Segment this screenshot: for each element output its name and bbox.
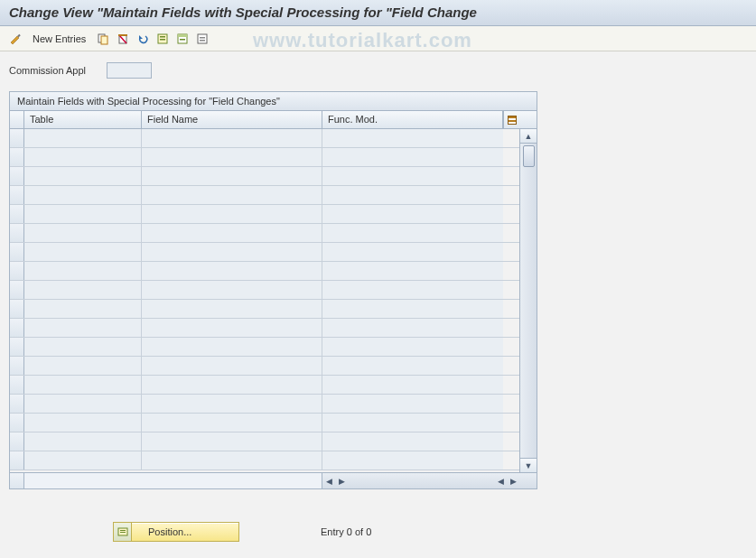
row-header-corner[interactable] — [10, 111, 24, 128]
col-header-field[interactable]: Field Name — [142, 111, 322, 128]
cell-field[interactable] — [142, 338, 322, 356]
cell-func[interactable] — [322, 300, 503, 318]
row-selector[interactable] — [10, 300, 24, 318]
row-selector[interactable] — [10, 148, 24, 166]
cell-func[interactable] — [322, 414, 503, 432]
cell-table[interactable] — [24, 205, 142, 223]
row-selector[interactable] — [10, 262, 24, 280]
cell-table[interactable] — [24, 357, 142, 375]
scroll-down-icon[interactable]: ▼ — [520, 458, 537, 472]
cell-field[interactable] — [142, 129, 322, 147]
cell-func[interactable] — [322, 243, 503, 261]
cell-table[interactable] — [24, 129, 142, 147]
cell-table[interactable] — [24, 395, 142, 413]
cell-table[interactable] — [24, 262, 142, 280]
cell-func[interactable] — [322, 129, 503, 147]
cell-func[interactable] — [322, 167, 503, 185]
row-selector[interactable] — [10, 395, 24, 413]
horizontal-scrollbar[interactable]: ◀ ▶ ◀ ▶ — [322, 473, 537, 488]
cell-field[interactable] — [142, 224, 322, 242]
position-button[interactable]: Position... — [113, 522, 239, 542]
row-selector[interactable] — [10, 376, 24, 394]
cell-func[interactable] — [322, 262, 503, 280]
copy-icon[interactable] — [95, 31, 111, 47]
cell-func[interactable] — [322, 338, 503, 356]
row-selector[interactable] — [10, 186, 24, 204]
col-header-table[interactable]: Table — [24, 111, 142, 128]
row-selector[interactable] — [10, 319, 24, 337]
cell-func[interactable] — [322, 205, 503, 223]
cell-field[interactable] — [142, 432, 322, 451]
row-selector[interactable] — [10, 224, 24, 242]
hscroll-left2-icon[interactable]: ◀ — [494, 473, 507, 488]
row-selector[interactable] — [10, 129, 24, 147]
cell-table[interactable] — [24, 224, 142, 242]
delete-icon[interactable] — [115, 31, 131, 47]
cell-table[interactable] — [24, 451, 142, 470]
cell-table[interactable] — [24, 148, 142, 166]
hscroll-spacer — [24, 473, 322, 488]
cell-field[interactable] — [142, 148, 322, 166]
svg-rect-5 — [118, 34, 127, 36]
row-selector[interactable] — [10, 281, 24, 299]
vertical-scrollbar[interactable]: ▲ ▼ — [519, 129, 537, 472]
cell-field[interactable] — [142, 281, 322, 299]
row-selector[interactable] — [10, 451, 24, 470]
deselect-all-icon[interactable] — [194, 31, 210, 47]
cell-table[interactable] — [24, 338, 142, 356]
cell-field[interactable] — [142, 357, 322, 375]
cell-table[interactable] — [24, 432, 142, 451]
table-settings-icon[interactable] — [503, 111, 520, 128]
cell-field[interactable] — [142, 414, 322, 432]
cell-func[interactable] — [322, 395, 503, 413]
cell-field[interactable] — [142, 186, 322, 204]
cell-table[interactable] — [24, 167, 142, 185]
cell-func[interactable] — [322, 319, 503, 337]
cell-field[interactable] — [142, 319, 322, 337]
cell-func[interactable] — [322, 432, 503, 451]
hscroll-track[interactable] — [348, 473, 494, 488]
cell-table[interactable] — [24, 186, 142, 204]
cell-field[interactable] — [142, 262, 322, 280]
col-header-func[interactable]: Func. Mod. — [322, 111, 503, 128]
toggle-edit-icon[interactable] — [7, 31, 23, 47]
cell-table[interactable] — [24, 319, 142, 337]
cell-func[interactable] — [322, 376, 503, 394]
cell-func[interactable] — [322, 224, 503, 242]
cell-func[interactable] — [322, 186, 503, 204]
scroll-thumb[interactable] — [523, 145, 535, 167]
row-selector[interactable] — [10, 432, 24, 451]
cell-table[interactable] — [24, 376, 142, 394]
table-row — [10, 148, 519, 167]
cell-field[interactable] — [142, 395, 322, 413]
cell-field[interactable] — [142, 243, 322, 261]
cell-field[interactable] — [142, 300, 322, 318]
hscroll-left-icon[interactable]: ◀ — [322, 473, 335, 488]
row-selector[interactable] — [10, 205, 24, 223]
hscroll-right1-icon[interactable]: ▶ — [335, 473, 348, 488]
scroll-up-icon[interactable]: ▲ — [520, 129, 537, 144]
hscroll-right-icon[interactable]: ▶ — [507, 473, 519, 488]
commission-input[interactable] — [107, 62, 152, 79]
select-all-icon[interactable] — [154, 31, 171, 47]
cell-func[interactable] — [322, 281, 503, 299]
new-entries-button[interactable]: New Entries — [27, 32, 91, 46]
row-selector[interactable] — [10, 414, 24, 432]
cell-field[interactable] — [142, 451, 322, 470]
select-block-icon[interactable] — [174, 31, 191, 47]
cell-table[interactable] — [24, 414, 142, 432]
cell-table[interactable] — [24, 281, 142, 299]
cell-func[interactable] — [322, 148, 503, 166]
row-selector[interactable] — [10, 338, 24, 356]
row-selector[interactable] — [10, 167, 24, 185]
cell-func[interactable] — [322, 451, 503, 470]
cell-table[interactable] — [24, 300, 142, 318]
undo-icon[interactable] — [135, 31, 151, 47]
cell-field[interactable] — [142, 376, 322, 394]
cell-field[interactable] — [142, 205, 322, 223]
cell-func[interactable] — [322, 357, 503, 375]
row-selector[interactable] — [10, 357, 24, 375]
cell-table[interactable] — [24, 243, 142, 261]
cell-field[interactable] — [142, 167, 322, 185]
row-selector[interactable] — [10, 243, 24, 261]
